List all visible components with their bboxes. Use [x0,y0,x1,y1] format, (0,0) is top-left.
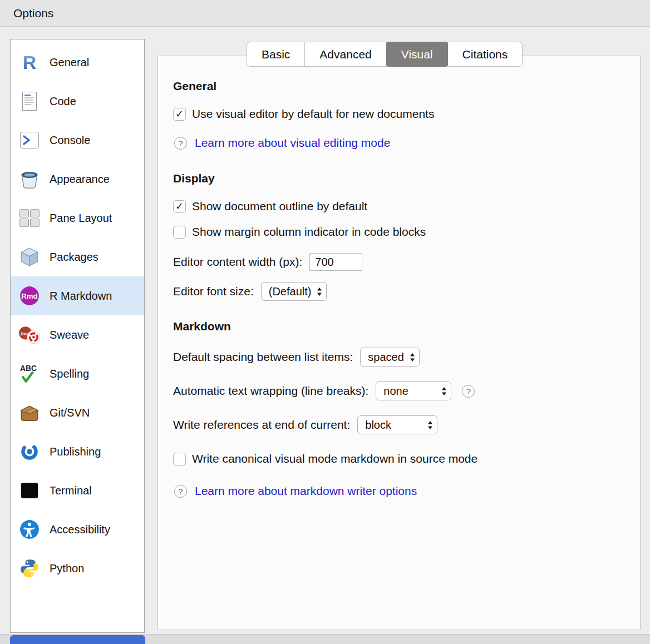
help-icon[interactable]: ? [174,137,187,150]
text-wrapping-label: Automatic text wrapping (line breaks): [173,384,368,398]
svg-text:R: R [23,52,36,73]
sidebar-item-label: Sweave [50,329,89,341]
tab-advanced[interactable]: Advanced [304,42,386,67]
pane-layout-icon [17,206,42,230]
sidebar-item-terminal[interactable]: Terminal [11,471,144,510]
sidebar-item-label: Publishing [50,445,101,458]
packages-box-icon [17,245,42,269]
r-markdown-icon: Rmd [17,284,42,308]
sidebar-item-r-markdown[interactable]: Rmd R Markdown [11,276,144,315]
tab-visual[interactable]: Visual [386,42,448,67]
section-heading-markdown: Markdown [173,320,623,333]
spelling-icon: ABC [17,362,42,385]
checkmark: ✓ [175,109,184,119]
learn-visual-editing-row: ? Learn more about visual editing mode [174,136,623,150]
section-heading-general: General [173,80,623,93]
editor-font-size-row: Editor font size: (Default) [173,282,623,301]
r-logo-icon: R [17,51,42,74]
text-wrapping-select[interactable]: none [376,382,451,400]
checkmark: ✓ [175,201,184,211]
sidebar-item-label: Packages [50,251,99,264]
learn-more-markdown-writer-link[interactable]: Learn more about markdown writer options [195,484,417,498]
select-value: none [383,385,408,398]
show-outline-checkbox[interactable]: ✓ [173,200,186,213]
appearance-paint-bucket-icon [17,167,42,191]
sidebar-item-label: Spelling [50,368,89,380]
sidebar-item-appearance[interactable]: Appearance [11,160,144,199]
stepper-arrows-icon [427,420,433,430]
editor-content-width-row: Editor content width (px): [173,253,623,271]
svg-text:Rmd: Rmd [21,292,37,300]
sidebar-item-label: Console [50,134,90,147]
sidebar-item-general[interactable]: R General [11,43,144,82]
use-visual-editor-row: ✓ Use visual editor by default for new d… [173,107,623,121]
sidebar-item-sweave[interactable]: Rnw Sweave [11,315,144,354]
accessibility-icon [17,518,42,541]
window-titlebar: Options [0,0,650,27]
help-icon[interactable]: ? [174,485,187,498]
select-value: block [365,419,391,432]
canonical-markdown-row: Write canonical visual mode markdown in … [173,452,623,465]
list-spacing-select[interactable]: spaced [360,348,420,366]
editor-font-size-select[interactable]: (Default) [261,282,327,301]
checkbox-label: Write canonical visual mode markdown in … [192,452,477,465]
editor-content-width-input[interactable] [309,253,362,271]
list-spacing-row: Default spacing between list items: spac… [173,348,623,366]
show-outline-row: ✓ Show document outline by default [173,200,623,213]
sidebar-item-label: Pane Layout [50,212,112,225]
editor-font-size-label: Editor font size: [173,285,254,298]
show-margin-checkbox[interactable] [173,226,186,239]
references-label: Write references at end of current: [173,418,350,432]
select-value: spaced [368,351,404,364]
tab-basic[interactable]: Basic [247,42,305,67]
code-file-icon [17,90,42,113]
terminal-icon [17,479,42,502]
stepper-arrows-icon [441,387,447,396]
text-wrapping-row: Automatic text wrapping (line breaks): n… [173,382,623,400]
sidebar-item-git-svn[interactable]: Git/SVN [11,393,144,432]
sweave-icon: Rnw [17,323,42,346]
learn-markdown-writer-row: ? Learn more about markdown writer optio… [174,484,623,498]
sidebar-accent-bar [10,635,145,644]
window-title: Options [13,7,53,20]
visual-options-panel: General ✓ Use visual editor by default f… [157,56,641,630]
python-icon [17,557,42,580]
publishing-icon [17,440,42,463]
sidebar-item-label: Git/SVN [50,407,90,419]
console-icon [17,128,42,152]
sidebar-item-label: General [50,56,89,69]
sidebar-item-accessibility[interactable]: Accessibility [11,510,144,549]
stepper-arrows-icon [317,287,322,296]
sidebar-item-label: Terminal [50,484,92,497]
editor-content-width-label: Editor content width (px): [173,255,302,269]
section-heading-display: Display [173,172,623,185]
sidebar-item-console[interactable]: Console [11,121,144,160]
sidebar-item-label: Appearance [50,173,110,186]
canonical-markdown-checkbox[interactable] [173,453,186,465]
show-margin-row: Show margin column indicator in code blo… [173,225,623,239]
references-row: Write references at end of current: bloc… [173,415,623,434]
sidebar-item-label: Python [50,562,84,575]
list-spacing-label: Default spacing between list items: [173,350,353,364]
tab-bar: Basic Advanced Visual Citations [247,42,523,67]
help-icon[interactable]: ? [462,385,475,398]
sidebar-item-packages[interactable]: Packages [11,237,144,276]
git-svn-box-icon [17,401,42,424]
sidebar-item-pane-layout[interactable]: Pane Layout [11,199,144,237]
sidebar-item-python[interactable]: Python [11,549,144,588]
sidebar-item-code[interactable]: Code [11,82,144,121]
references-select[interactable]: block [357,415,437,434]
tab-citations[interactable]: Citations [447,42,523,67]
checkbox-label: Use visual editor by default for new doc… [192,107,434,121]
learn-more-visual-editing-link[interactable]: Learn more about visual editing mode [195,136,390,150]
sidebar-item-label: Accessibility [50,523,110,536]
sidebar-item-label: Code [50,95,76,108]
category-sidebar: R General Code Console [10,39,145,633]
sidebar-item-spelling[interactable]: ABC Spelling [11,354,144,393]
stepper-arrows-icon [410,353,415,362]
sidebar-item-publishing[interactable]: Publishing [11,432,144,471]
select-value: (Default) [269,285,312,298]
svg-text:ABC: ABC [20,364,37,373]
use-visual-editor-checkbox[interactable]: ✓ [173,108,186,121]
checkbox-label: Show margin column indicator in code blo… [192,225,426,239]
